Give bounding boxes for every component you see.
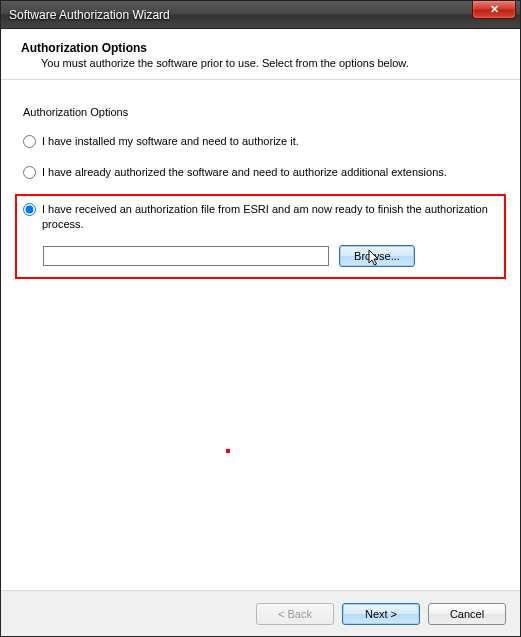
cancel-label: Cancel: [450, 608, 484, 620]
client-area: Authorization Options You must authorize…: [1, 29, 520, 636]
authorization-options-group: Authorization Options I have installed m…: [1, 80, 520, 279]
next-label: Next >: [365, 608, 397, 620]
option-install-authorize[interactable]: I have installed my software and need to…: [23, 132, 498, 151]
wizard-content: Authorization Options I have installed m…: [1, 80, 520, 590]
next-button[interactable]: Next >: [342, 603, 420, 625]
page-title: Authorization Options: [21, 41, 500, 55]
wizard-header: Authorization Options You must authorize…: [1, 29, 520, 80]
auth-file-path-input[interactable]: [43, 246, 329, 266]
option-additional-extensions[interactable]: I have already authorized the software a…: [23, 163, 498, 182]
close-icon: ✕: [490, 3, 499, 15]
window-buttons: ✕: [472, 1, 520, 28]
back-button: < Back: [256, 603, 334, 625]
wizard-footer: < Back Next > Cancel: [1, 590, 520, 636]
close-button[interactable]: ✕: [472, 1, 516, 19]
radio-received-file[interactable]: [23, 203, 36, 216]
radio-additional-extensions[interactable]: [23, 166, 36, 179]
wizard-window: Software Authorization Wizard ✕ Authoriz…: [0, 0, 521, 637]
option-label: I have received an authorization file fr…: [42, 202, 498, 232]
browse-button[interactable]: Browse...: [339, 245, 415, 267]
highlighted-option-box: I have received an authorization file fr…: [15, 194, 506, 280]
back-label: < Back: [278, 608, 312, 620]
radio-install-authorize[interactable]: [23, 135, 36, 148]
option-received-file[interactable]: I have received an authorization file fr…: [23, 200, 498, 234]
browse-label: Browse...: [354, 250, 400, 262]
annotation-dot: [226, 449, 230, 453]
group-label: Authorization Options: [23, 106, 498, 118]
option-label: I have already authorized the software a…: [42, 165, 447, 180]
option-label: I have installed my software and need to…: [42, 134, 299, 149]
page-subtitle: You must authorize the software prior to…: [41, 57, 500, 69]
titlebar: Software Authorization Wizard ✕: [1, 1, 520, 29]
cancel-button[interactable]: Cancel: [428, 603, 506, 625]
window-title: Software Authorization Wizard: [9, 8, 170, 22]
file-selection-row: Browse...: [23, 237, 498, 267]
